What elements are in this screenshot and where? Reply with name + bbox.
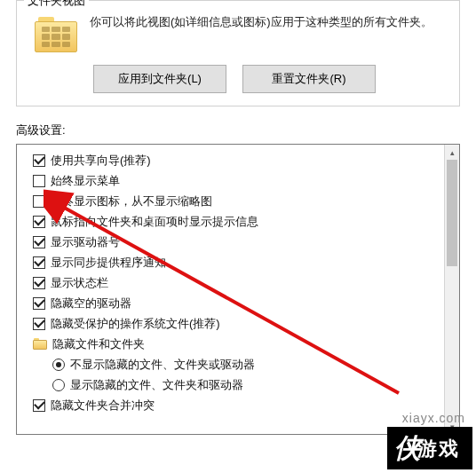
list-item[interactable]: 显示状态栏	[24, 272, 457, 293]
advanced-settings-label: 高级设置:	[16, 122, 476, 138]
panel-description: 你可以将此视图(如详细信息或图标)应用于这种类型的所有文件夹。	[90, 13, 450, 52]
checkbox[interactable]	[33, 297, 45, 310]
list-item-label: 鼠标指向文件夹和桌面项时显示提示信息	[51, 214, 258, 230]
checkbox[interactable]	[33, 236, 45, 248]
watermark-text: 游戏	[417, 436, 460, 462]
list-item[interactable]: 隐藏文件和文件夹	[24, 334, 457, 354]
list-item-label: 隐藏文件夹合并冲突	[51, 398, 155, 414]
list-item-label: 显示状态栏	[51, 275, 108, 291]
radio[interactable]	[52, 379, 65, 391]
radio[interactable]	[52, 359, 65, 371]
panel-title: 文件夹视图	[24, 0, 89, 9]
apply-to-folders-button[interactable]: 应用到文件夹(L)	[93, 65, 226, 93]
list-item-label: 使用共享向导(推荐)	[51, 153, 151, 169]
list-item[interactable]: 不显示隐藏的文件、文件夹或驱动器	[24, 354, 457, 374]
list-item-label: 显示驱动器号	[51, 234, 120, 250]
scroll-up-icon[interactable]: ▴	[445, 145, 459, 160]
reset-folders-button[interactable]: 重置文件夹(R)	[242, 65, 376, 93]
checkbox[interactable]	[33, 175, 45, 187]
checkbox[interactable]	[33, 195, 45, 208]
checkbox[interactable]	[33, 277, 45, 289]
folder-icon	[33, 338, 47, 350]
checkbox[interactable]	[33, 256, 45, 269]
checkbox[interactable]	[33, 399, 45, 412]
list-item-label: 不显示隐藏的文件、文件夹或驱动器	[70, 357, 255, 373]
list-item[interactable]: 鼠标指向文件夹和桌面项时显示提示信息	[24, 211, 457, 232]
list-item-label: 显示同步提供程序通知	[51, 255, 166, 271]
checkbox[interactable]	[33, 216, 45, 228]
list-item[interactable]: 显示驱动器号	[24, 232, 457, 252]
list-item-label: 隐藏空的驱动器	[51, 296, 131, 311]
list-item[interactable]: 显示隐藏的文件、文件夹和驱动器	[24, 374, 457, 395]
watermark-logo-icon: 侠	[394, 430, 423, 467]
list-item-label: 始终显示菜单	[51, 173, 120, 189]
list-item-label: 隐藏文件和文件夹	[52, 336, 145, 352]
list-item-label: 始终显示图标，从不显示缩略图	[51, 193, 212, 209]
scroll-thumb[interactable]	[447, 160, 457, 266]
advanced-settings-listbox: 使用共享向导(推荐)始终显示菜单始终显示图标，从不显示缩略图鼠标指向文件夹和桌面…	[16, 144, 460, 435]
list-item[interactable]: 显示同步提供程序通知	[24, 252, 457, 272]
watermark-url: xiayx.com	[402, 411, 465, 425]
checkbox[interactable]	[33, 154, 45, 167]
list-item[interactable]: 始终显示图标，从不显示缩略图	[24, 191, 457, 211]
list-item[interactable]: 隐藏空的驱动器	[24, 293, 457, 313]
scrollbar[interactable]: ▴ ▾	[444, 145, 459, 434]
folder-view-panel: 文件夹视图 你可以将此视图(如详细信息或图标)应用于这种类型的所有文件夹。 应用…	[16, 0, 460, 106]
folder-icon	[35, 17, 77, 52]
list-item[interactable]: 使用共享向导(推荐)	[24, 150, 457, 170]
list-item-label: 显示隐藏的文件、文件夹和驱动器	[70, 377, 243, 393]
list-item[interactable]: 隐藏受保护的操作系统文件(推荐)	[24, 313, 457, 334]
list-item[interactable]: 隐藏文件夹合并冲突	[24, 395, 457, 415]
list-item-label: 隐藏受保护的操作系统文件(推荐)	[51, 316, 220, 332]
checkbox[interactable]	[33, 318, 45, 330]
list-item[interactable]: 始终显示菜单	[24, 170, 457, 191]
watermark: xiayx.com 侠 游戏	[387, 427, 472, 469]
